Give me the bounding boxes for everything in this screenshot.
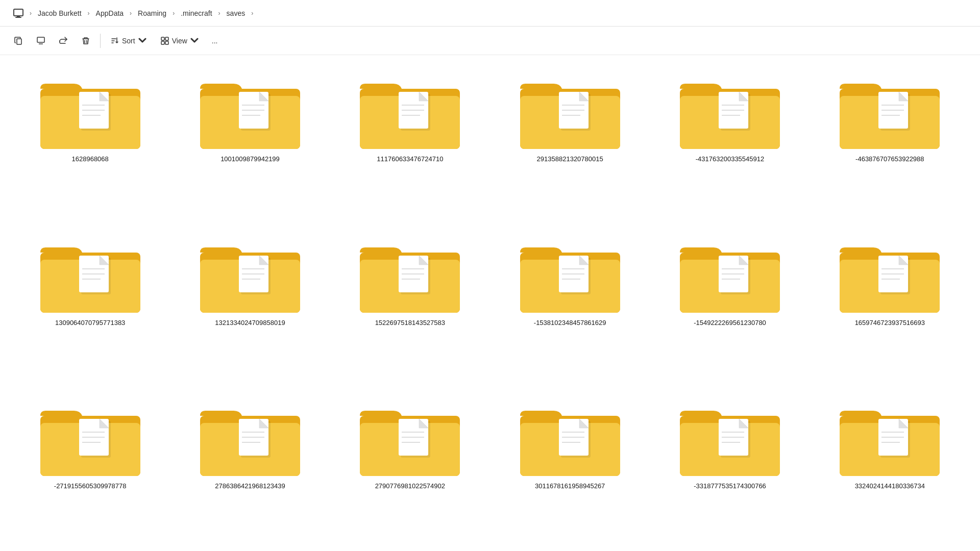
folder-icon	[679, 69, 781, 151]
folder-item[interactable]: 1001009879942199	[175, 65, 325, 214]
folder-item[interactable]: -1538102348457861629	[495, 229, 645, 378]
breadcrumb-bar: › Jacob Burkett › AppData › Roaming › .m…	[0, 0, 980, 27]
view-button[interactable]: View	[155, 32, 205, 50]
toolbar-divider-1	[100, 34, 101, 48]
delete-icon	[82, 37, 90, 45]
folder-svg	[679, 233, 781, 315]
copy-icon	[14, 37, 22, 45]
folder-label: 2786386421968123439	[215, 482, 285, 491]
folder-item[interactable]: 111760633476724710	[335, 65, 485, 214]
chevron-4: ›	[173, 10, 175, 17]
folder-svg	[39, 396, 141, 478]
folder-svg	[839, 396, 941, 478]
folder-svg	[359, 233, 461, 315]
folder-svg	[519, 233, 621, 315]
sort-icon	[111, 37, 119, 45]
view-chevron-icon	[190, 37, 199, 45]
folder-item[interactable]: 1309064070795771383	[15, 229, 165, 378]
folder-item[interactable]: 2786386421968123439	[175, 392, 325, 541]
share-button[interactable]	[53, 32, 74, 50]
chevron-3: ›	[130, 10, 132, 17]
folder-icon	[679, 233, 781, 315]
folder-icon	[359, 69, 461, 151]
folder-icon	[199, 233, 301, 315]
folder-svg	[359, 396, 461, 478]
folder-icon	[39, 396, 141, 478]
folder-item[interactable]: 1522697518143527583	[335, 229, 485, 378]
copy-button[interactable]	[8, 32, 29, 50]
folder-icon	[39, 233, 141, 315]
folder-label: 1659746723937516693	[855, 319, 925, 328]
folder-svg	[519, 69, 621, 151]
folder-label: 1001009879942199	[220, 155, 280, 164]
folder-icon	[839, 233, 941, 315]
svg-rect-4	[37, 37, 44, 42]
folder-icon	[359, 396, 461, 478]
svg-rect-0	[14, 9, 23, 16]
share-icon	[59, 37, 67, 45]
folder-icon	[519, 69, 621, 151]
folder-item[interactable]: 2790776981022574902	[335, 392, 485, 541]
folder-label: 1522697518143527583	[375, 319, 445, 328]
svg-rect-8	[161, 41, 164, 44]
sort-chevron-icon	[138, 37, 146, 45]
folder-icon	[359, 233, 461, 315]
folder-label: -1549222269561230780	[694, 319, 766, 328]
folder-icon	[839, 396, 941, 478]
folder-item[interactable]: 3011678161958945267	[495, 392, 645, 541]
rename-button[interactable]	[31, 32, 51, 50]
folder-svg	[679, 69, 781, 151]
folder-label: -463876707653922988	[855, 155, 924, 164]
more-button[interactable]: ...	[207, 32, 223, 50]
folder-svg	[199, 69, 301, 151]
chevron-1: ›	[30, 10, 32, 17]
folder-label: 1309064070795771383	[55, 319, 125, 328]
folder-label: -431763200335545912	[696, 155, 764, 164]
chevron-6: ›	[251, 10, 253, 17]
folder-item[interactable]: -2719155605309978778	[15, 392, 165, 541]
folder-svg	[839, 69, 941, 151]
breadcrumb-monitor[interactable]	[10, 7, 27, 19]
breadcrumb-appdata[interactable]: AppData	[93, 8, 127, 19]
folder-svg	[199, 396, 301, 478]
folder-item[interactable]: 1659746723937516693	[815, 229, 965, 378]
folder-svg	[839, 233, 941, 315]
folder-item[interactable]: -3318777535174300766	[655, 392, 804, 541]
folder-item[interactable]: -463876707653922988	[815, 65, 965, 214]
folder-svg	[359, 69, 461, 151]
folder-svg	[39, 69, 141, 151]
folder-icon	[519, 396, 621, 478]
folder-item[interactable]: 1321334024709858019	[175, 229, 325, 378]
folder-icon	[839, 69, 941, 151]
folder-svg	[519, 396, 621, 478]
breadcrumb-saves[interactable]: saves	[224, 8, 249, 19]
breadcrumb-roaming[interactable]: Roaming	[135, 8, 169, 19]
monitor-icon	[13, 9, 23, 18]
folder-label: -3318777535174300766	[694, 482, 766, 491]
folder-item[interactable]: -431763200335545912	[655, 65, 804, 214]
breadcrumb-minecraft[interactable]: .minecraft	[178, 8, 215, 19]
folder-item[interactable]: 1628968068	[15, 65, 165, 214]
folder-item[interactable]: -1549222269561230780	[655, 229, 804, 378]
folder-label: 3011678161958945267	[535, 482, 605, 491]
delete-button[interactable]	[76, 32, 96, 50]
folder-label: 291358821320780015	[537, 155, 603, 164]
folder-icon	[39, 69, 141, 151]
folder-svg	[39, 233, 141, 315]
svg-rect-9	[165, 41, 168, 44]
folder-item[interactable]: 3324024144180336734	[815, 392, 965, 541]
sort-button[interactable]: Sort	[105, 32, 153, 50]
folder-svg	[199, 233, 301, 315]
chevron-2: ›	[88, 10, 90, 17]
folder-icon	[679, 396, 781, 478]
folder-item[interactable]: 291358821320780015	[495, 65, 645, 214]
toolbar: Sort View ...	[0, 27, 980, 55]
view-icon	[161, 37, 169, 45]
breadcrumb-jacob-burkett[interactable]: Jacob Burkett	[35, 8, 85, 19]
folder-label: -2719155605309978778	[54, 482, 127, 491]
folder-svg	[679, 396, 781, 478]
svg-rect-3	[17, 39, 21, 44]
chevron-5: ›	[218, 10, 220, 17]
folder-grid: 1628968068	[0, 55, 980, 551]
folder-icon	[199, 396, 301, 478]
